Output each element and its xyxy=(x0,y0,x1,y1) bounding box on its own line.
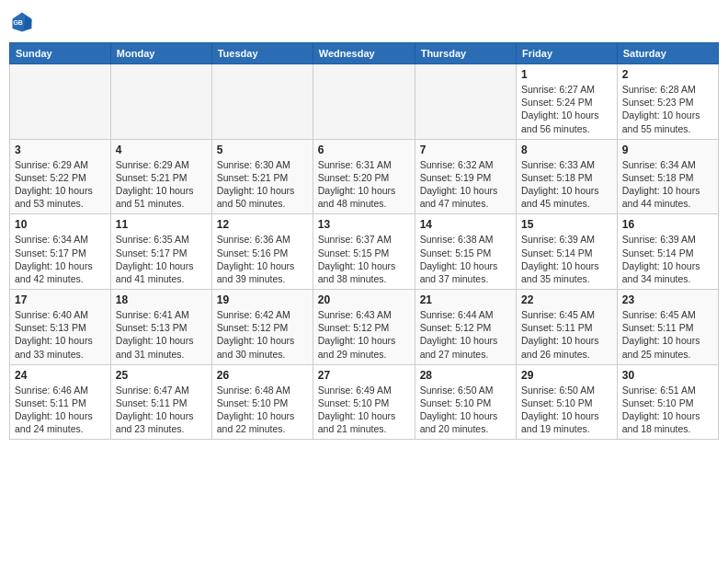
day-cell xyxy=(313,64,415,140)
day-cell: 9Sunrise: 6:34 AM Sunset: 5:18 PM Daylig… xyxy=(617,139,718,214)
day-cell xyxy=(211,64,313,140)
week-row-4: 17Sunrise: 6:40 AM Sunset: 5:13 PM Dayli… xyxy=(10,290,719,365)
day-number: 26 xyxy=(217,369,308,382)
day-cell: 28Sunrise: 6:50 AM Sunset: 5:10 PM Dayli… xyxy=(415,364,516,440)
day-cell: 19Sunrise: 6:42 AM Sunset: 5:12 PM Dayli… xyxy=(211,290,313,365)
day-info: Sunrise: 6:50 AM Sunset: 5:10 PM Dayligh… xyxy=(420,384,511,436)
day-info: Sunrise: 6:45 AM Sunset: 5:11 PM Dayligh… xyxy=(521,308,612,361)
day-info: Sunrise: 6:30 AM Sunset: 5:21 PM Dayligh… xyxy=(217,158,308,211)
day-number: 25 xyxy=(116,369,207,382)
day-info: Sunrise: 6:41 AM Sunset: 5:13 PM Dayligh… xyxy=(116,308,207,361)
day-number: 14 xyxy=(420,218,511,231)
day-cell: 21Sunrise: 6:44 AM Sunset: 5:12 PM Dayli… xyxy=(415,290,516,365)
day-number: 9 xyxy=(622,144,713,156)
day-number: 20 xyxy=(318,293,410,306)
day-info: Sunrise: 6:36 AM Sunset: 5:16 PM Dayligh… xyxy=(217,233,308,285)
day-cell xyxy=(110,64,211,140)
day-info: Sunrise: 6:50 AM Sunset: 5:10 PM Dayligh… xyxy=(521,384,612,436)
day-info: Sunrise: 6:39 AM Sunset: 5:14 PM Dayligh… xyxy=(622,233,713,285)
day-info: Sunrise: 6:38 AM Sunset: 5:15 PM Dayligh… xyxy=(420,233,511,285)
day-cell xyxy=(415,64,516,140)
day-cell: 30Sunrise: 6:51 AM Sunset: 5:10 PM Dayli… xyxy=(617,364,718,440)
day-cell: 26Sunrise: 6:48 AM Sunset: 5:10 PM Dayli… xyxy=(211,364,313,440)
day-info: Sunrise: 6:42 AM Sunset: 5:12 PM Dayligh… xyxy=(217,308,308,361)
day-number: 5 xyxy=(217,144,308,156)
day-info: Sunrise: 6:47 AM Sunset: 5:11 PM Dayligh… xyxy=(116,384,207,436)
logo-icon: GB xyxy=(9,9,35,35)
day-number: 22 xyxy=(521,293,612,306)
day-cell: 2Sunrise: 6:28 AM Sunset: 5:23 PM Daylig… xyxy=(617,64,718,140)
day-number: 28 xyxy=(420,369,511,382)
day-cell: 13Sunrise: 6:37 AM Sunset: 5:15 PM Dayli… xyxy=(313,214,415,290)
day-number: 30 xyxy=(622,369,713,382)
day-number: 15 xyxy=(521,218,612,231)
week-row-1: 1Sunrise: 6:27 AM Sunset: 5:24 PM Daylig… xyxy=(10,64,719,140)
day-info: Sunrise: 6:44 AM Sunset: 5:12 PM Dayligh… xyxy=(420,308,511,361)
day-info: Sunrise: 6:29 AM Sunset: 5:22 PM Dayligh… xyxy=(15,158,106,211)
svg-text:GB: GB xyxy=(13,19,23,26)
day-number: 18 xyxy=(116,293,207,306)
day-info: Sunrise: 6:33 AM Sunset: 5:18 PM Dayligh… xyxy=(521,158,612,211)
logo: GB xyxy=(9,9,39,35)
weekday-header-friday: Friday xyxy=(516,43,617,64)
weekday-header-row: SundayMondayTuesdayWednesdayThursdayFrid… xyxy=(10,43,719,64)
day-info: Sunrise: 6:39 AM Sunset: 5:14 PM Dayligh… xyxy=(521,233,612,285)
day-cell xyxy=(10,64,111,140)
day-info: Sunrise: 6:46 AM Sunset: 5:11 PM Dayligh… xyxy=(15,384,106,436)
day-number: 3 xyxy=(15,144,106,156)
day-info: Sunrise: 6:28 AM Sunset: 5:23 PM Dayligh… xyxy=(622,83,713,135)
day-cell: 11Sunrise: 6:35 AM Sunset: 5:17 PM Dayli… xyxy=(110,214,211,290)
day-cell: 17Sunrise: 6:40 AM Sunset: 5:13 PM Dayli… xyxy=(10,290,111,365)
day-info: Sunrise: 6:34 AM Sunset: 5:18 PM Dayligh… xyxy=(622,158,713,211)
day-cell: 27Sunrise: 6:49 AM Sunset: 5:10 PM Dayli… xyxy=(313,364,415,440)
day-number: 27 xyxy=(318,369,410,382)
day-info: Sunrise: 6:49 AM Sunset: 5:10 PM Dayligh… xyxy=(318,384,410,436)
day-number: 21 xyxy=(420,293,511,306)
day-number: 1 xyxy=(521,68,612,81)
day-number: 10 xyxy=(15,218,106,231)
day-number: 29 xyxy=(521,369,612,382)
day-number: 11 xyxy=(116,218,207,231)
day-cell: 24Sunrise: 6:46 AM Sunset: 5:11 PM Dayli… xyxy=(10,364,111,440)
day-cell: 20Sunrise: 6:43 AM Sunset: 5:12 PM Dayli… xyxy=(313,290,415,365)
day-info: Sunrise: 6:35 AM Sunset: 5:17 PM Dayligh… xyxy=(116,233,207,285)
day-number: 17 xyxy=(15,293,106,306)
weekday-header-monday: Monday xyxy=(110,43,211,64)
day-number: 6 xyxy=(318,144,410,156)
day-info: Sunrise: 6:29 AM Sunset: 5:21 PM Dayligh… xyxy=(116,158,207,211)
day-number: 24 xyxy=(15,369,106,382)
day-info: Sunrise: 6:48 AM Sunset: 5:10 PM Dayligh… xyxy=(217,384,308,436)
weekday-header-saturday: Saturday xyxy=(617,43,718,64)
day-cell: 25Sunrise: 6:47 AM Sunset: 5:11 PM Dayli… xyxy=(110,364,211,440)
day-cell: 6Sunrise: 6:31 AM Sunset: 5:20 PM Daylig… xyxy=(313,139,415,214)
day-info: Sunrise: 6:27 AM Sunset: 5:24 PM Dayligh… xyxy=(521,83,612,135)
day-number: 23 xyxy=(622,293,713,306)
day-number: 16 xyxy=(622,218,713,231)
day-cell: 15Sunrise: 6:39 AM Sunset: 5:14 PM Dayli… xyxy=(516,214,617,290)
day-cell: 1Sunrise: 6:27 AM Sunset: 5:24 PM Daylig… xyxy=(516,64,617,140)
day-info: Sunrise: 6:40 AM Sunset: 5:13 PM Dayligh… xyxy=(15,308,106,361)
day-cell: 7Sunrise: 6:32 AM Sunset: 5:19 PM Daylig… xyxy=(415,139,516,214)
day-cell: 12Sunrise: 6:36 AM Sunset: 5:16 PM Dayli… xyxy=(211,214,313,290)
weekday-header-thursday: Thursday xyxy=(415,43,516,64)
header: GB xyxy=(9,9,719,35)
day-cell: 4Sunrise: 6:29 AM Sunset: 5:21 PM Daylig… xyxy=(110,139,211,214)
day-cell: 18Sunrise: 6:41 AM Sunset: 5:13 PM Dayli… xyxy=(110,290,211,365)
day-info: Sunrise: 6:32 AM Sunset: 5:19 PM Dayligh… xyxy=(420,158,511,211)
day-info: Sunrise: 6:34 AM Sunset: 5:17 PM Dayligh… xyxy=(15,233,106,285)
week-row-2: 3Sunrise: 6:29 AM Sunset: 5:22 PM Daylig… xyxy=(10,139,719,214)
day-number: 12 xyxy=(217,218,308,231)
day-number: 19 xyxy=(217,293,308,306)
weekday-header-wednesday: Wednesday xyxy=(313,43,415,64)
day-info: Sunrise: 6:45 AM Sunset: 5:11 PM Dayligh… xyxy=(622,308,713,361)
day-number: 13 xyxy=(318,218,410,231)
day-info: Sunrise: 6:37 AM Sunset: 5:15 PM Dayligh… xyxy=(318,233,410,285)
day-number: 7 xyxy=(420,144,511,156)
weekday-header-sunday: Sunday xyxy=(10,43,111,64)
day-number: 8 xyxy=(521,144,612,156)
day-cell: 16Sunrise: 6:39 AM Sunset: 5:14 PM Dayli… xyxy=(617,214,718,290)
page: GB SundayMondayTuesdayWednesdayThursdayF… xyxy=(0,0,728,563)
day-info: Sunrise: 6:43 AM Sunset: 5:12 PM Dayligh… xyxy=(318,308,410,361)
weekday-header-tuesday: Tuesday xyxy=(211,43,313,64)
calendar-table: SundayMondayTuesdayWednesdayThursdayFrid… xyxy=(9,42,719,440)
